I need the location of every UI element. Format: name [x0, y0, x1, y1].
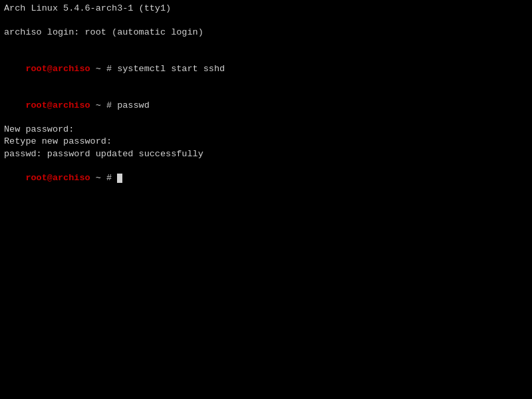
prompt-normal-3: ~ # — [90, 173, 118, 183]
terminal-line-1: Arch Linux 5.4.6-arch3-1 (tty1) — [4, 3, 528, 15]
prompt-root-1: root@archiso — [25, 64, 90, 74]
terminal-line-9: passwd: password updated successfully — [4, 148, 528, 160]
terminal-line-8: Retype new password: — [4, 136, 528, 148]
prompt-normal-1: ~ # systemctl start sshd — [90, 64, 225, 74]
prompt-normal-2: ~ # passwd — [90, 100, 150, 110]
terminal-line-10: root@archiso ~ # — [4, 160, 528, 197]
terminal-line-6: root@archiso ~ # passwd — [4, 88, 528, 124]
terminal-cursor — [117, 174, 122, 183]
terminal-line-5: root@archiso ~ # systemctl start sshd — [4, 51, 528, 88]
terminal-line-7: New password: — [4, 124, 528, 136]
terminal-window[interactable]: Arch Linux 5.4.6-arch3-1 (tty1) archiso … — [0, 0, 532, 399]
terminal-line-3: archiso login: root (automatic login) — [4, 27, 528, 39]
prompt-root-3: root@archiso — [25, 173, 90, 183]
terminal-line-2 — [4, 15, 528, 27]
terminal-line-4 — [4, 39, 528, 51]
prompt-root-2: root@archiso — [25, 100, 90, 110]
